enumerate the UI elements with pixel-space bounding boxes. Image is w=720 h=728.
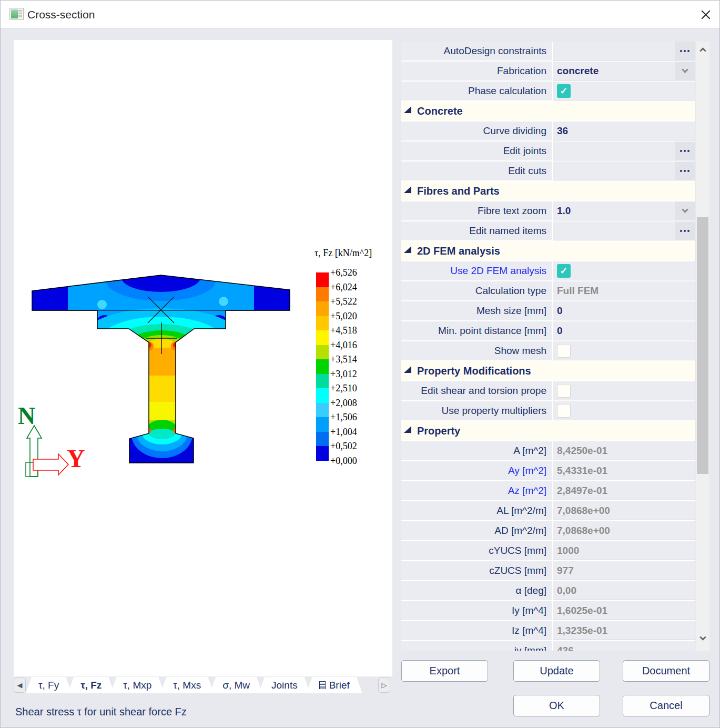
property-value-cell: ✓ xyxy=(553,82,695,100)
checkbox[interactable]: ✓ xyxy=(557,264,571,278)
ellipsis-button[interactable] xyxy=(675,42,695,60)
property-label: cZUCS [mm] xyxy=(401,561,552,580)
tab-joints[interactable]: Joints xyxy=(259,677,310,693)
property-label: Use property multipliers xyxy=(401,401,552,420)
property-label: Calculation type xyxy=(401,281,552,300)
property-label: Edit joints xyxy=(401,141,552,160)
value-text: 977 xyxy=(557,565,574,577)
document-button[interactable]: Document xyxy=(623,660,709,682)
tab-mxp[interactable]: τ, Mxp xyxy=(110,677,164,693)
property-label: A [m^2] xyxy=(401,441,552,460)
property-value-cell[interactable]: concrete xyxy=(553,62,695,80)
ellipsis-button[interactable] xyxy=(675,141,695,160)
section-header-label: 2D FEM analysis xyxy=(417,245,500,257)
checkbox[interactable] xyxy=(557,384,571,398)
checkbox[interactable] xyxy=(557,404,571,418)
property-label: Show mesh xyxy=(401,341,552,360)
tab-label: Joints xyxy=(271,680,298,691)
cross-section-dialog: Cross-section xyxy=(0,0,720,728)
legend-swatch xyxy=(316,345,329,360)
property-value-cell: 1000 xyxy=(553,541,695,560)
property-panel: AutoDesign constraintsFabricationconcret… xyxy=(401,42,695,651)
legend-label: +2,008 xyxy=(330,398,378,409)
ellipsis-icon xyxy=(680,50,689,52)
tab-scroll-right-icon[interactable]: ▷ xyxy=(378,678,390,693)
collapse-triangle-icon xyxy=(404,106,411,113)
property-label: Fabrication xyxy=(401,62,552,80)
section-header-property-modifications[interactable]: Property Modifications xyxy=(401,361,695,380)
checkbox[interactable] xyxy=(557,344,571,358)
property-row-deg: α [deg]0,00 xyxy=(401,581,695,600)
value-text: Full FEM xyxy=(557,285,599,297)
result-tabstrip: ◀ τ, Fyτ, Fzτ, Mxpτ, Mxsσ, MwJointsBrief… xyxy=(14,677,392,693)
tab-brief[interactable]: Brief xyxy=(307,677,362,693)
property-value-cell[interactable]: 36 xyxy=(553,122,695,140)
value-text: 5,4331e-01 xyxy=(557,465,607,477)
tab-scroll-left-icon[interactable]: ◀ xyxy=(14,678,26,693)
axis-n-label: N xyxy=(18,402,35,429)
property-value-cell: 7,0868e+00 xyxy=(553,521,695,540)
legend-label: +3,514 xyxy=(330,354,378,365)
scroll-down-icon[interactable] xyxy=(696,632,709,644)
tab-label: τ, Mxp xyxy=(123,680,151,691)
legend-label: +6,024 xyxy=(330,282,378,293)
value-text: concrete xyxy=(557,65,599,77)
legend-swatch xyxy=(316,316,329,331)
legend-swatch xyxy=(316,272,329,287)
tabs: τ, Fyτ, Fzτ, Mxpτ, Mxsσ, MwJointsBrief xyxy=(29,677,362,693)
scroll-up-icon[interactable] xyxy=(696,43,709,55)
ellipsis-button[interactable] xyxy=(675,221,695,240)
legend-swatch xyxy=(316,403,329,418)
legend-swatch xyxy=(316,330,329,345)
property-label: Az [m^2] xyxy=(401,481,552,500)
dropdown-button[interactable] xyxy=(675,62,695,80)
checkbox[interactable]: ✓ xyxy=(557,84,571,98)
legend-label: +6,526 xyxy=(330,267,378,278)
property-label: Mesh size [mm] xyxy=(401,301,552,320)
ellipsis-button[interactable] xyxy=(675,161,695,180)
close-icon[interactable] xyxy=(698,7,713,22)
scrollbar-thumb[interactable] xyxy=(697,217,708,474)
property-row-czucs-mm: cZUCS [mm]977 xyxy=(401,561,695,580)
check-icon: ✓ xyxy=(560,266,567,276)
update-button[interactable]: Update xyxy=(513,660,600,682)
axis-y-label: Y xyxy=(67,444,85,472)
value-text: 7,0868e+00 xyxy=(557,525,610,537)
property-value-cell xyxy=(553,381,695,400)
tab-fy[interactable]: τ, Fy xyxy=(26,677,72,693)
section-header-concrete[interactable]: Concrete xyxy=(401,102,695,120)
legend-label: +4,016 xyxy=(330,340,378,351)
axis-indicator: N Y xyxy=(18,402,85,477)
panel-scrollbar[interactable] xyxy=(696,42,709,651)
section-header-fibres-and-parts[interactable]: Fibres and Parts xyxy=(401,181,695,200)
property-value-cell: 2,8497e-01 xyxy=(553,481,695,500)
property-row-min-point-distance-mm: Min. point distance [mm]0 xyxy=(401,321,695,340)
cancel-button[interactable]: Cancel xyxy=(623,695,709,716)
property-row-curve-dividing: Curve dividing36 xyxy=(401,122,695,140)
tab-fz[interactable]: τ, Fz xyxy=(68,677,114,693)
color-legend: τ, Fz [kN/m^2] +6,526+6,024+5,522+5,020+… xyxy=(313,246,391,512)
property-value-cell: 977 xyxy=(553,561,695,580)
export-button[interactable]: Export xyxy=(401,660,488,682)
section-header-2d-fem-analysis[interactable]: 2D FEM analysis xyxy=(401,241,695,260)
property-row-edit-joints: Edit joints xyxy=(401,141,695,160)
section-header-property[interactable]: Property xyxy=(401,421,695,440)
property-row-edit-cuts: Edit cuts xyxy=(401,161,695,180)
property-value-cell[interactable]: 0 xyxy=(553,301,695,320)
property-row-iy-mm: iy [mm]436 xyxy=(401,641,695,651)
check-icon: ✓ xyxy=(560,86,567,96)
property-value-cell: 7,0868e+00 xyxy=(553,501,695,520)
property-value-cell[interactable]: 1.0 xyxy=(553,201,695,220)
property-row-iy-m-4: Iy [m^4]1,6025e-01 xyxy=(401,601,695,620)
property-value-cell[interactable]: 0 xyxy=(553,321,695,340)
value-text: 0,00 xyxy=(557,585,576,596)
legend-swatch xyxy=(316,374,329,389)
button-zone: Export Update Document OK Cancel xyxy=(401,660,709,719)
dropdown-button[interactable] xyxy=(675,201,695,220)
tab-mw[interactable]: σ, Mw xyxy=(210,677,262,693)
legend-label: +4,518 xyxy=(330,325,378,336)
tab-mxs[interactable]: τ, Mxs xyxy=(160,677,214,693)
ok-button[interactable]: OK xyxy=(513,695,600,716)
property-value-cell xyxy=(553,401,695,420)
property-label: AD [m^2/m] xyxy=(401,521,552,540)
